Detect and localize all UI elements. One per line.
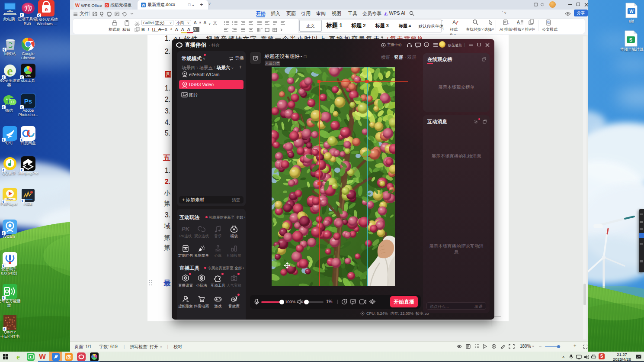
svg-text:A: A	[517, 20, 520, 25]
svg-text:D: D	[106, 3, 108, 7]
svg-text:W: W	[629, 9, 634, 14]
svg-text:PK: PK	[182, 226, 190, 232]
svg-text:Player: Player	[6, 198, 13, 200]
svg-text:OBS: OBS	[26, 74, 31, 77]
svg-text:A: A	[452, 19, 456, 26]
svg-text:S: S	[629, 37, 632, 42]
svg-text:e: e	[16, 353, 20, 360]
svg-text:?: ?	[426, 43, 427, 47]
svg-text:e: e	[45, 6, 48, 13]
svg-text:Ps: Ps	[24, 97, 32, 105]
svg-text:e: e	[7, 64, 13, 78]
svg-text:W: W	[141, 3, 145, 7]
